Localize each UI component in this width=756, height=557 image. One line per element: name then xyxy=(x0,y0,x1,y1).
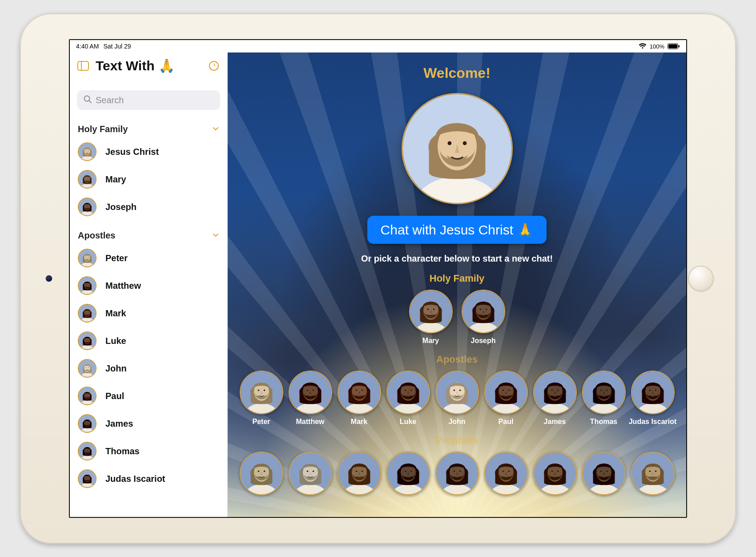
character-card[interactable]: Thomas xyxy=(582,371,626,426)
contact-name: Peter xyxy=(105,253,128,263)
character-card[interactable]: Paul xyxy=(484,371,528,426)
avatar xyxy=(631,371,675,414)
character-card[interactable] xyxy=(484,452,528,495)
svg-point-71 xyxy=(447,141,451,145)
character-card[interactable]: Luke xyxy=(386,371,430,426)
hero-avatar[interactable] xyxy=(402,93,513,204)
avatar xyxy=(78,331,97,350)
svg-point-86 xyxy=(257,390,259,391)
avatar xyxy=(462,290,505,333)
svg-point-157 xyxy=(508,471,509,472)
avatar xyxy=(338,452,381,495)
sidebar-contact-row[interactable]: Matthew xyxy=(70,272,227,299)
svg-point-106 xyxy=(453,390,454,391)
svg-point-152 xyxy=(459,471,460,472)
sidebar-contact-row[interactable]: Luke xyxy=(70,327,227,355)
character-card[interactable] xyxy=(435,452,479,495)
svg-point-142 xyxy=(361,471,362,472)
character-card[interactable]: Matthew xyxy=(288,371,333,426)
character-name: Paul xyxy=(499,418,514,426)
wifi-icon xyxy=(639,43,647,49)
svg-point-52 xyxy=(88,395,88,395)
character-card[interactable] xyxy=(533,452,577,495)
contact-name: Thomas xyxy=(105,446,140,456)
contact-name: Luke xyxy=(105,336,126,346)
sidebar-contact-row[interactable]: Joseph xyxy=(70,193,227,221)
character-section-title: Apostles xyxy=(239,354,675,365)
svg-rect-3 xyxy=(78,61,88,70)
sidebar-contact-row[interactable]: Peter xyxy=(70,244,227,272)
avatar xyxy=(289,371,332,414)
sidebar: Text With 🙏 Holy Family xyxy=(70,52,228,517)
character-card[interactable]: Joseph xyxy=(461,290,506,345)
avatar xyxy=(533,452,577,495)
sidebar-contact-row[interactable]: John xyxy=(70,355,227,382)
svg-point-117 xyxy=(557,390,558,391)
chat-cta-button[interactable]: Chat with Jesus Christ 🙏 xyxy=(367,216,547,244)
sidebar-contact-row[interactable]: Mark xyxy=(70,299,227,327)
character-card[interactable]: Judas Iscariot xyxy=(631,371,675,426)
character-card[interactable]: John xyxy=(435,371,479,426)
character-card[interactable] xyxy=(239,452,284,495)
character-card[interactable] xyxy=(631,452,675,495)
svg-point-62 xyxy=(88,450,88,450)
svg-point-66 xyxy=(86,477,86,478)
character-card[interactable]: James xyxy=(533,371,577,426)
character-name: Matthew xyxy=(296,418,325,426)
sidebar-toggle-icon[interactable] xyxy=(77,60,89,72)
contact-name: Mark xyxy=(105,308,126,319)
sidebar-contact-row[interactable]: Jesus Christ xyxy=(70,138,227,165)
svg-point-32 xyxy=(88,284,88,285)
chevron-down-icon xyxy=(212,230,219,241)
main-scroll[interactable]: Welcome! Chat with Jesus Christ 🙏 xyxy=(228,52,686,517)
search-wrap xyxy=(70,77,227,114)
svg-point-81 xyxy=(479,309,481,310)
svg-point-137 xyxy=(312,471,314,472)
character-card[interactable] xyxy=(337,452,382,495)
contact-name: James xyxy=(105,419,133,429)
svg-point-161 xyxy=(551,471,552,472)
avatar xyxy=(386,452,430,495)
svg-point-57 xyxy=(88,422,88,423)
character-card[interactable] xyxy=(582,452,626,495)
avatar xyxy=(78,469,97,488)
svg-point-172 xyxy=(655,471,656,472)
svg-point-97 xyxy=(361,390,362,391)
svg-point-12 xyxy=(88,150,88,151)
sidebar-scroll[interactable]: Holy Family Jesus Christ xyxy=(70,114,227,517)
character-card[interactable] xyxy=(288,452,333,495)
sidebar-section-header[interactable]: Apostles xyxy=(70,221,227,244)
main-content: Welcome! Chat with Jesus Christ 🙏 xyxy=(228,52,686,517)
status-battery-text: 100% xyxy=(650,43,664,50)
character-section-title: Holy Family xyxy=(239,273,675,284)
character-row: Peter Matthew xyxy=(239,371,675,426)
home-button[interactable] xyxy=(688,266,714,291)
svg-point-37 xyxy=(88,312,88,312)
svg-point-46 xyxy=(86,367,86,367)
character-card[interactable]: Mary xyxy=(409,290,453,345)
svg-point-101 xyxy=(404,390,406,391)
search-input[interactable] xyxy=(96,95,214,105)
character-card[interactable] xyxy=(386,452,430,495)
status-bar: 4:40 AM Sat Jul 29 100% xyxy=(70,40,686,52)
character-card[interactable]: Peter xyxy=(239,371,284,426)
sidebar-contact-row[interactable]: Paul xyxy=(70,382,227,410)
character-name: Luke xyxy=(400,418,416,426)
svg-point-22 xyxy=(88,206,88,206)
avatar xyxy=(484,452,528,495)
svg-point-121 xyxy=(600,390,601,391)
svg-point-127 xyxy=(655,390,656,391)
avatar xyxy=(484,371,528,414)
search-field[interactable] xyxy=(77,90,220,110)
sidebar-contact-row[interactable]: James xyxy=(70,410,227,437)
avatar xyxy=(78,198,97,216)
sidebar-section-header[interactable]: Holy Family xyxy=(70,114,227,138)
avatar xyxy=(78,170,97,189)
character-card[interactable]: Mark xyxy=(337,371,382,426)
svg-point-171 xyxy=(649,471,650,472)
settings-icon[interactable] xyxy=(208,60,220,72)
svg-point-47 xyxy=(88,367,88,367)
sidebar-contact-row[interactable]: Mary xyxy=(70,165,227,193)
sidebar-contact-row[interactable]: Judas Iscariot xyxy=(70,465,227,492)
sidebar-contact-row[interactable]: Thomas xyxy=(70,437,227,465)
